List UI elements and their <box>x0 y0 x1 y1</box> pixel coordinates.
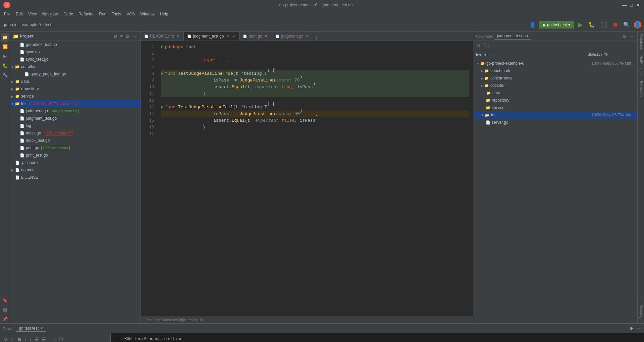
tree-item-mock-test[interactable]: 📄 mock_test.go <box>10 137 141 144</box>
coverage-toolbar: ↺ ⬛ <box>473 41 637 50</box>
database-label[interactable]: Database <box>638 32 644 53</box>
code-editor[interactable]: 1 2 3 7 8 9 10 11 12 13 14 15 16 17 <box>141 41 473 323</box>
tree-item-judgment[interactable]: 📄 judgment.go 100% statements <box>10 107 141 115</box>
tab-print[interactable]: 📄 print.go ✕ <box>239 32 272 41</box>
cov-tool-btn1[interactable]: ↺ <box>476 43 481 48</box>
project-locate-button[interactable]: ⊕ <box>113 34 118 39</box>
menu-item-file[interactable]: File <box>1 11 13 17</box>
tab-judgment[interactable]: 📄 judgment.go ✕ <box>272 32 313 41</box>
test-pass-btn[interactable]: ✓ <box>9 336 15 342</box>
tree-item-print[interactable]: 📄 print.go 100% statements <box>10 144 141 152</box>
tree-item-repository[interactable]: ▶ 📁 repository <box>10 85 141 93</box>
cov-item-data[interactable]: 📁 data <box>473 89 637 97</box>
tree-item-gomod[interactable]: ▶ 📄 go.mod <box>10 166 141 174</box>
test-output[interactable]: === RUN TestProcessFirstLine --- PASS: T… <box>111 333 644 342</box>
tab-close-print[interactable]: ✕ <box>264 34 268 39</box>
tree-item-test[interactable]: ▼ 📂 test 100% files, 86.7% statements <box>10 100 141 107</box>
tree-item-license[interactable]: 📄 LICENSE <box>10 174 141 181</box>
bookmarks-label[interactable]: Bookmarks <box>638 78 644 102</box>
cov-item-server[interactable]: 📄 server.go <box>473 119 637 126</box>
tree-item-cotroller[interactable]: ▼ 📂 cotroller <box>10 63 141 70</box>
tree-item-gitignore[interactable]: 📄 .gitignore <box>10 159 141 166</box>
project-collapse-button[interactable]: ≡ <box>119 34 123 39</box>
tab-readme[interactable]: 📄 README.md ✕ <box>141 32 184 41</box>
cov-item-test[interactable]: ▼ 📂 test 100% files, 86.7% stat... <box>473 111 637 119</box>
menu-item-help[interactable]: Help <box>157 11 171 17</box>
debug-button[interactable]: 🐛 <box>587 21 596 28</box>
tab-close-readme[interactable]: ✕ <box>175 34 180 39</box>
bottom-settings[interactable]: ⚙ <box>630 326 633 331</box>
sidebar-debug-icon[interactable]: 🐛 <box>1 61 9 70</box>
sidebar-pin-icon[interactable]: 📌 <box>1 315 9 323</box>
menu-item-tools[interactable]: Tools <box>109 11 124 17</box>
cov-item-root[interactable]: ▼ 📂 go-project-example-0 100% files, 86.… <box>473 60 637 67</box>
breadcrumb-project[interactable]: go-project-example-0 <box>3 22 41 27</box>
sidebar-bookmark-icon[interactable]: 🔖 <box>1 296 9 304</box>
coverage-minimize-button[interactable]: — <box>629 34 635 39</box>
cov-item-concurrence[interactable]: ▶ 📁 concurrence <box>473 74 637 82</box>
menu-item-code[interactable]: Code <box>61 11 76 17</box>
tree-item-log[interactable]: 📄 log <box>10 122 141 129</box>
sidebar-commit-icon[interactable]: 🔀 <box>1 42 9 51</box>
test-collapse-btn[interactable]: ☰ <box>34 336 40 342</box>
menu-item-window[interactable]: Window <box>138 11 157 17</box>
sidebar-layout-icon[interactable]: ▦ <box>1 305 9 314</box>
project-minimize-button[interactable]: — <box>132 34 138 39</box>
coverage-label-right[interactable]: Coverage <box>638 302 644 323</box>
menu-item-view[interactable]: View <box>25 11 40 17</box>
test-expand-btn[interactable]: ☰ <box>41 336 47 342</box>
test-rerun-btn[interactable]: ⟳ <box>3 336 9 342</box>
close-button[interactable]: ✕ <box>635 2 641 8</box>
coverage-tab-active[interactable]: judgment_test.go <box>494 33 531 40</box>
tabs-more[interactable]: ⋮ <box>315 36 319 41</box>
sidebar-run-icon[interactable]: ▶ <box>1 52 9 60</box>
test-sort1-btn[interactable]: ↕ <box>23 336 28 342</box>
menu-item-run[interactable]: Run <box>96 11 109 17</box>
test-history-btn[interactable]: ⏱ <box>58 336 64 342</box>
tab-judgment-test[interactable]: 📄 judgment_test.go ✕ ✓ <box>184 32 239 41</box>
code-area[interactable]: ▶ package test import ... ▶ func TestJud… <box>157 41 473 316</box>
cov-item-repository[interactable]: 📁 repository <box>473 97 637 104</box>
tree-item-mock[interactable]: 📄 mock.go 81.8% statements <box>10 129 141 137</box>
tab-label: README.md <box>150 34 174 39</box>
bottom-tab-cover[interactable]: go test test ✕ <box>16 325 46 332</box>
sidebar-tools-icon[interactable]: 🔧 <box>1 70 9 79</box>
menu-item-vcs[interactable]: VCS <box>124 11 138 17</box>
menu-item-navigate[interactable]: Navigate <box>40 11 61 17</box>
test-stop-btn[interactable]: ⏹ <box>16 336 23 342</box>
stop-button[interactable]: ⏹ <box>611 21 619 28</box>
sidebar-project-icon[interactable]: 📁 <box>1 33 9 42</box>
tree-item-sync[interactable]: 📄 sync.go <box>10 48 141 56</box>
cov-item-service[interactable]: 📁 service <box>473 104 637 111</box>
run-button[interactable]: ▶ <box>577 20 584 29</box>
test-up-btn[interactable]: ↑ <box>48 336 52 342</box>
cov-item-benchmark[interactable]: ▶ 📁 benchmark <box>473 67 637 74</box>
minimize-button[interactable]: — <box>622 2 627 8</box>
search-button[interactable]: 🔍 <box>622 21 631 28</box>
tab-close-judgment-test[interactable]: ✕ <box>225 34 230 39</box>
tree-item-goroutine[interactable]: 📄 goroutine_test.go <box>10 41 141 48</box>
tab-close-judgment[interactable]: ✕ <box>305 34 310 39</box>
coverage-settings-button[interactable]: ⚙ <box>622 34 627 39</box>
settings-button[interactable]: 👤 <box>634 21 641 28</box>
run-config-button[interactable]: ▶ go test test ▾ <box>539 21 574 28</box>
tree-item-print-test[interactable]: 📄 print_test.go <box>10 152 141 159</box>
cov-item-cotroller[interactable]: ▶ 📁 cotroller <box>473 82 637 89</box>
project-settings-button[interactable]: ⚙ <box>125 34 130 39</box>
menu-item-refactor[interactable]: Refactor <box>76 11 96 17</box>
cov-tool-btn2[interactable]: ⬛ <box>483 43 490 48</box>
menu-item-edit[interactable]: Edit <box>13 11 25 17</box>
bottom-minimize[interactable]: — <box>637 326 641 331</box>
tree-item-service[interactable]: ▶ 📁 service <box>10 93 141 100</box>
maximize-button[interactable]: □ <box>629 2 634 8</box>
breadcrumb-folder[interactable]: test <box>45 22 51 27</box>
tree-item-data[interactable]: ▶ 📁 data <box>10 78 141 85</box>
bottom-tab-close[interactable]: ✕ <box>40 326 43 331</box>
test-down-btn[interactable]: ↓ <box>53 336 57 342</box>
notifications-label[interactable]: Notifications <box>638 53 644 78</box>
coverage-button[interactable]: ⬛ <box>599 21 608 28</box>
test-sort2-btn[interactable]: ↕ <box>29 336 33 342</box>
tree-item-query[interactable]: 📄 query_page_info.go <box>10 70 141 78</box>
tree-item-judgment-test[interactable]: 📄 judgment_test.go <box>10 115 141 122</box>
tree-item-sync-test[interactable]: 📄 sync_test.go <box>10 56 141 63</box>
